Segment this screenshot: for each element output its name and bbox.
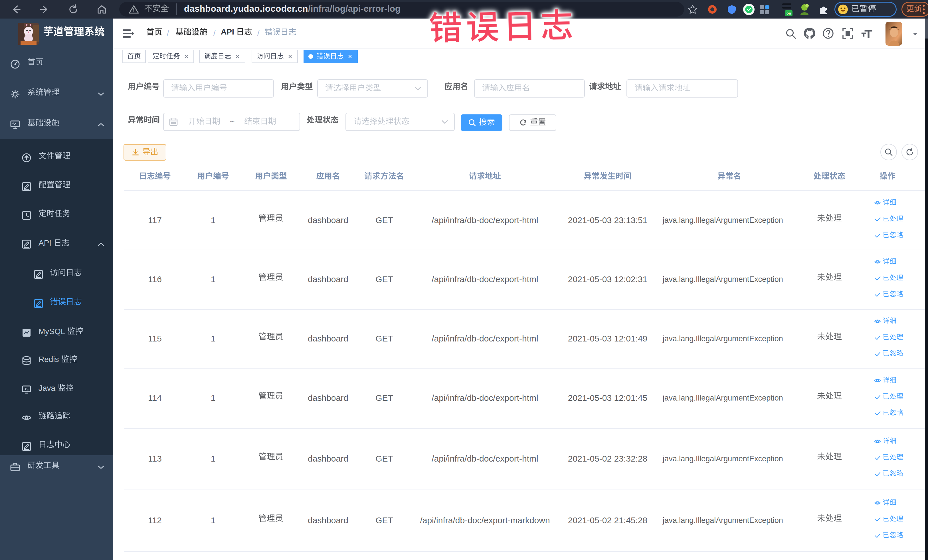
svg-text:on: on	[786, 11, 791, 15]
